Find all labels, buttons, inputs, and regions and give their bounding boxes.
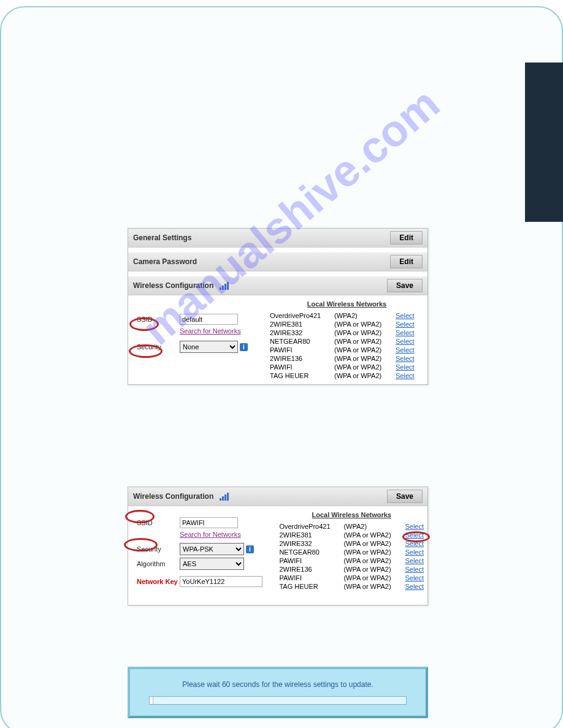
network-row: OverdrivePro421(WPA2)Select <box>279 522 424 531</box>
info-icon[interactable]: i <box>246 545 254 553</box>
network-row: 2WIRE136(WPA or WPA2)Select <box>270 354 424 363</box>
wireless-save-button-2[interactable]: Save <box>387 490 423 503</box>
local-networks-title-1: Local Wireless Networks <box>307 300 387 308</box>
network-key-input[interactable] <box>180 576 262 587</box>
network-security: (WPA or WPA2) <box>334 372 396 379</box>
network-name: 2WIRE136 <box>270 355 334 362</box>
security-select-2[interactable]: WPA-PSK <box>180 543 244 555</box>
network-security: (WPA2) <box>334 312 396 319</box>
wireless-config-header-1: Wireless Configuration Save <box>128 276 427 295</box>
ssid-label-2: SSID <box>137 519 180 526</box>
security-label-2: Security <box>137 545 180 553</box>
network-security: (WPA2) <box>343 523 405 530</box>
network-name: PAWIFI <box>279 557 343 564</box>
general-settings-header: General Settings Edit <box>128 229 427 248</box>
network-security: (WPA or WPA2) <box>334 363 396 371</box>
network-security: (WPA or WPA2) <box>334 346 396 354</box>
select-link[interactable]: Select <box>396 372 415 379</box>
network-security: (WPA or WPA2) <box>334 338 396 345</box>
settings-panel-1: General Settings Edit Camera Password Ed… <box>128 228 428 385</box>
wait-panel: Please wait 60 seconds for the wireless … <box>128 667 428 718</box>
info-icon[interactable]: i <box>240 343 248 351</box>
network-security: (WPA or WPA2) <box>343 557 405 564</box>
settings-panel-2: Wireless Configuration Save SSID Search … <box>128 487 428 605</box>
password-edit-button[interactable]: Edit <box>390 255 423 268</box>
network-name: TAG HEUER <box>279 583 343 590</box>
side-tab <box>525 63 563 222</box>
select-link[interactable]: Select <box>405 566 424 573</box>
network-security: (WPA or WPA2) <box>343 574 405 582</box>
network-name: 2WIRE381 <box>270 320 334 328</box>
select-link[interactable]: Select <box>405 531 424 539</box>
network-row: TAG HEUER(WPA or WPA2)Select <box>270 371 424 380</box>
select-link[interactable]: Select <box>396 363 415 371</box>
algorithm-label: Algorithm <box>137 560 180 567</box>
network-name: 2WIRE381 <box>279 531 343 539</box>
select-link[interactable]: Select <box>405 523 424 530</box>
wait-message: Please wait 60 seconds for the wireless … <box>130 680 426 689</box>
network-security: (WPA or WPA2) <box>343 531 405 539</box>
ssid-input-2[interactable] <box>180 517 238 528</box>
wireless-save-button-1[interactable]: Save <box>387 279 423 292</box>
select-link[interactable]: Select <box>405 583 424 590</box>
network-row: 2WIRE381(WPA or WPA2)Select <box>279 531 424 539</box>
select-link[interactable]: Select <box>396 338 415 345</box>
search-networks-link-1[interactable]: Search for Networks <box>180 327 241 335</box>
security-select-1[interactable]: None <box>180 341 238 353</box>
network-name: OverdrivePro421 <box>270 312 334 319</box>
security-label-1: Security <box>137 343 180 351</box>
network-row: PAWIFI(WPA or WPA2)Select <box>270 363 424 371</box>
select-link[interactable]: Select <box>396 320 415 328</box>
select-link[interactable]: Select <box>396 312 415 319</box>
network-row: NETGEAR80(WPA or WPA2)Select <box>279 548 424 556</box>
algorithm-select[interactable]: AES <box>180 558 244 570</box>
network-row: PAWIFI(WPA or WPA2)Select <box>279 556 424 565</box>
network-row: OverdrivePro421(WPA2)Select <box>270 311 424 320</box>
network-row: PAWIFI(WPA or WPA2)Select <box>270 346 424 354</box>
network-security: (WPA or WPA2) <box>343 548 405 556</box>
network-list-1: OverdrivePro421(WPA2)Select2WIRE381(WPA … <box>270 311 424 380</box>
select-link[interactable]: Select <box>405 540 424 547</box>
network-name: PAWIFI <box>270 346 334 354</box>
network-security: (WPA or WPA2) <box>343 540 405 547</box>
wireless-config-header-2: Wireless Configuration Save <box>128 487 427 506</box>
network-list-2: OverdrivePro421(WPA2)Select2WIRE381(WPA … <box>279 522 424 591</box>
wireless-config-title-2: Wireless Configuration <box>133 492 213 501</box>
general-settings-title: General Settings <box>133 233 191 242</box>
network-security: (WPA or WPA2) <box>334 320 396 328</box>
network-name: PAWIFI <box>279 574 343 582</box>
select-link[interactable]: Select <box>405 574 424 582</box>
camera-password-title: Camera Password <box>133 257 197 266</box>
network-security: (WPA or WPA2) <box>343 566 405 573</box>
search-networks-link-2[interactable]: Search for Networks <box>180 531 241 538</box>
progress-fill <box>150 697 153 704</box>
select-link[interactable]: Select <box>396 329 415 336</box>
network-name: TAG HEUER <box>270 372 334 379</box>
network-row: 2WIRE136(WPA or WPA2)Select <box>279 565 424 574</box>
select-link[interactable]: Select <box>396 346 415 354</box>
network-name: 2WIRE136 <box>279 566 343 573</box>
local-networks-title-2: Local Wireless Networks <box>312 511 391 518</box>
network-row: NETGEAR80(WPA or WPA2)Select <box>270 337 424 346</box>
ssid-input-1[interactable] <box>180 314 238 325</box>
progress-bar <box>149 696 407 705</box>
network-row: 2WIRE332(WPA or WPA2)Select <box>270 328 424 337</box>
signal-icon <box>220 493 228 501</box>
select-link[interactable]: Select <box>405 548 424 556</box>
select-link[interactable]: Select <box>405 557 424 564</box>
network-name: NETGEAR80 <box>279 548 343 556</box>
ssid-label-1: SSID <box>137 316 180 323</box>
camera-password-header: Camera Password Edit <box>128 252 427 271</box>
network-name: OverdrivePro421 <box>279 523 343 530</box>
network-security: (WPA or WPA2) <box>334 329 396 336</box>
network-row: 2WIRE332(WPA or WPA2)Select <box>279 539 424 548</box>
network-security: (WPA or WPA2) <box>334 355 396 362</box>
network-name: 2WIRE332 <box>279 540 343 547</box>
network-name: PAWIFI <box>270 363 334 371</box>
network-row: TAG HEUER(WPA or WPA2)Select <box>279 582 424 591</box>
network-key-label: Network Key <box>137 578 180 585</box>
signal-icon <box>220 282 228 290</box>
general-edit-button[interactable]: Edit <box>390 231 423 245</box>
network-security: (WPA or WPA2) <box>343 583 405 590</box>
select-link[interactable]: Select <box>396 355 415 362</box>
